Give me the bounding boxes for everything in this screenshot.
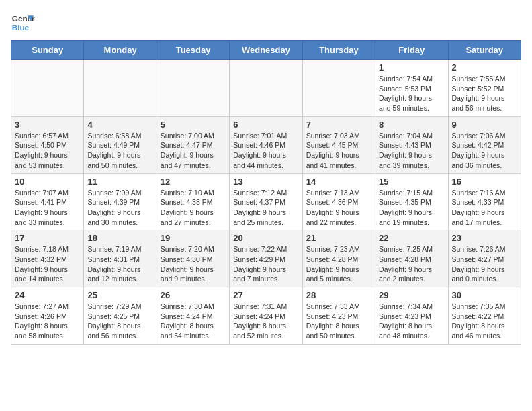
day-cell: 11Sunrise: 7:09 AM Sunset: 4:39 PM Dayli… bbox=[84, 173, 157, 230]
day-info: Sunrise: 7:20 AM Sunset: 4:30 PM Dayligh… bbox=[161, 244, 226, 284]
day-cell: 12Sunrise: 7:10 AM Sunset: 4:38 PM Dayli… bbox=[157, 173, 229, 230]
day-cell: 26Sunrise: 7:30 AM Sunset: 4:24 PM Dayli… bbox=[157, 287, 229, 345]
day-info: Sunrise: 7:54 AM Sunset: 5:53 PM Dayligh… bbox=[379, 74, 444, 113]
day-number: 22 bbox=[379, 233, 444, 243]
day-info: Sunrise: 7:23 AM Sunset: 4:28 PM Dayligh… bbox=[306, 244, 371, 284]
day-info: Sunrise: 7:00 AM Sunset: 4:47 PM Dayligh… bbox=[161, 131, 226, 171]
day-cell bbox=[157, 60, 229, 117]
day-cell: 10Sunrise: 7:07 AM Sunset: 4:41 PM Dayli… bbox=[11, 173, 84, 230]
day-number: 29 bbox=[379, 290, 444, 300]
day-info: Sunrise: 7:04 AM Sunset: 4:43 PM Dayligh… bbox=[379, 131, 444, 171]
day-cell: 4Sunrise: 6:58 AM Sunset: 4:49 PM Daylig… bbox=[84, 116, 157, 173]
week-row-2: 3Sunrise: 6:57 AM Sunset: 4:50 PM Daylig… bbox=[11, 116, 521, 173]
day-number: 2 bbox=[452, 62, 517, 73]
day-number: 17 bbox=[15, 233, 80, 243]
day-info: Sunrise: 7:22 AM Sunset: 4:29 PM Dayligh… bbox=[233, 244, 298, 284]
day-cell: 8Sunrise: 7:04 AM Sunset: 4:43 PM Daylig… bbox=[375, 116, 448, 173]
day-cell: 18Sunrise: 7:19 AM Sunset: 4:31 PM Dayli… bbox=[84, 230, 157, 287]
day-number: 6 bbox=[233, 120, 298, 130]
day-number: 13 bbox=[233, 177, 298, 187]
day-number: 24 bbox=[15, 290, 80, 300]
day-info: Sunrise: 7:33 AM Sunset: 4:23 PM Dayligh… bbox=[306, 302, 371, 341]
day-cell: 21Sunrise: 7:23 AM Sunset: 4:28 PM Dayli… bbox=[302, 230, 375, 287]
day-cell: 28Sunrise: 7:33 AM Sunset: 4:23 PM Dayli… bbox=[302, 287, 375, 345]
day-cell: 17Sunrise: 7:18 AM Sunset: 4:32 PM Dayli… bbox=[11, 230, 84, 287]
day-number: 16 bbox=[452, 177, 517, 187]
day-number: 9 bbox=[452, 120, 517, 130]
day-info: Sunrise: 7:30 AM Sunset: 4:24 PM Dayligh… bbox=[161, 302, 226, 341]
day-number: 23 bbox=[452, 233, 517, 243]
day-cell bbox=[230, 60, 302, 117]
day-info: Sunrise: 7:09 AM Sunset: 4:39 PM Dayligh… bbox=[87, 188, 152, 228]
day-number: 30 bbox=[452, 290, 517, 300]
day-number: 4 bbox=[87, 120, 152, 130]
weekday-friday: Friday bbox=[375, 41, 448, 60]
page-header: General Blue bbox=[11, 11, 521, 35]
day-info: Sunrise: 7:34 AM Sunset: 4:23 PM Dayligh… bbox=[379, 302, 444, 341]
day-info: Sunrise: 7:15 AM Sunset: 4:35 PM Dayligh… bbox=[379, 188, 444, 228]
day-info: Sunrise: 7:18 AM Sunset: 4:32 PM Dayligh… bbox=[15, 244, 80, 284]
day-number: 7 bbox=[306, 120, 371, 130]
day-cell: 16Sunrise: 7:16 AM Sunset: 4:33 PM Dayli… bbox=[448, 173, 521, 230]
weekday-saturday: Saturday bbox=[448, 41, 521, 60]
day-info: Sunrise: 7:07 AM Sunset: 4:41 PM Dayligh… bbox=[15, 188, 80, 228]
weekday-monday: Monday bbox=[84, 41, 157, 60]
day-info: Sunrise: 7:25 AM Sunset: 4:28 PM Dayligh… bbox=[379, 244, 444, 284]
day-info: Sunrise: 7:06 AM Sunset: 4:42 PM Dayligh… bbox=[452, 131, 517, 171]
day-cell bbox=[302, 60, 375, 117]
day-cell: 13Sunrise: 7:12 AM Sunset: 4:37 PM Dayli… bbox=[230, 173, 302, 230]
day-number: 18 bbox=[87, 233, 152, 243]
day-info: Sunrise: 7:01 AM Sunset: 4:46 PM Dayligh… bbox=[233, 131, 298, 171]
day-info: Sunrise: 6:57 AM Sunset: 4:50 PM Dayligh… bbox=[15, 131, 80, 171]
day-number: 21 bbox=[306, 233, 371, 243]
weekday-tuesday: Tuesday bbox=[157, 41, 229, 60]
day-number: 28 bbox=[306, 290, 371, 300]
day-cell: 20Sunrise: 7:22 AM Sunset: 4:29 PM Dayli… bbox=[230, 230, 302, 287]
day-info: Sunrise: 7:27 AM Sunset: 4:26 PM Dayligh… bbox=[15, 302, 80, 341]
weekday-sunday: Sunday bbox=[11, 41, 84, 60]
day-cell: 1Sunrise: 7:54 AM Sunset: 5:53 PM Daylig… bbox=[375, 60, 448, 117]
day-cell: 27Sunrise: 7:31 AM Sunset: 4:24 PM Dayli… bbox=[230, 287, 302, 345]
day-info: Sunrise: 7:03 AM Sunset: 4:45 PM Dayligh… bbox=[306, 131, 371, 171]
day-info: Sunrise: 7:55 AM Sunset: 5:52 PM Dayligh… bbox=[452, 74, 517, 113]
day-number: 15 bbox=[379, 177, 444, 187]
day-cell: 3Sunrise: 6:57 AM Sunset: 4:50 PM Daylig… bbox=[11, 116, 84, 173]
day-info: Sunrise: 7:16 AM Sunset: 4:33 PM Dayligh… bbox=[452, 188, 517, 228]
day-cell: 23Sunrise: 7:26 AM Sunset: 4:27 PM Dayli… bbox=[448, 230, 521, 287]
week-row-3: 10Sunrise: 7:07 AM Sunset: 4:41 PM Dayli… bbox=[11, 173, 521, 230]
day-cell bbox=[84, 60, 157, 117]
day-info: Sunrise: 7:26 AM Sunset: 4:27 PM Dayligh… bbox=[452, 244, 517, 284]
logo: General Blue bbox=[11, 11, 35, 35]
day-cell bbox=[11, 60, 84, 117]
day-cell: 22Sunrise: 7:25 AM Sunset: 4:28 PM Dayli… bbox=[375, 230, 448, 287]
day-cell: 29Sunrise: 7:34 AM Sunset: 4:23 PM Dayli… bbox=[375, 287, 448, 345]
day-info: Sunrise: 7:10 AM Sunset: 4:38 PM Dayligh… bbox=[161, 188, 226, 228]
day-number: 26 bbox=[161, 290, 226, 300]
day-number: 27 bbox=[233, 290, 298, 300]
logo-icon: General Blue bbox=[11, 11, 35, 35]
day-number: 20 bbox=[233, 233, 298, 243]
week-row-5: 24Sunrise: 7:27 AM Sunset: 4:26 PM Dayli… bbox=[11, 287, 521, 345]
day-cell: 24Sunrise: 7:27 AM Sunset: 4:26 PM Dayli… bbox=[11, 287, 84, 345]
day-number: 25 bbox=[87, 290, 152, 300]
day-cell: 15Sunrise: 7:15 AM Sunset: 4:35 PM Dayli… bbox=[375, 173, 448, 230]
day-info: Sunrise: 6:58 AM Sunset: 4:49 PM Dayligh… bbox=[87, 131, 152, 171]
day-info: Sunrise: 7:35 AM Sunset: 4:22 PM Dayligh… bbox=[452, 302, 517, 341]
day-number: 19 bbox=[161, 233, 226, 243]
day-cell: 6Sunrise: 7:01 AM Sunset: 4:46 PM Daylig… bbox=[230, 116, 302, 173]
day-info: Sunrise: 7:12 AM Sunset: 4:37 PM Dayligh… bbox=[233, 188, 298, 228]
svg-text:Blue: Blue bbox=[12, 23, 30, 32]
day-info: Sunrise: 7:31 AM Sunset: 4:24 PM Dayligh… bbox=[233, 302, 298, 341]
day-number: 14 bbox=[306, 177, 371, 187]
day-number: 12 bbox=[161, 177, 226, 187]
day-cell: 5Sunrise: 7:00 AM Sunset: 4:47 PM Daylig… bbox=[157, 116, 229, 173]
day-cell: 9Sunrise: 7:06 AM Sunset: 4:42 PM Daylig… bbox=[448, 116, 521, 173]
day-info: Sunrise: 7:19 AM Sunset: 4:31 PM Dayligh… bbox=[87, 244, 152, 284]
weekday-header-row: SundayMondayTuesdayWednesdayThursdayFrid… bbox=[11, 41, 521, 60]
calendar-table: SundayMondayTuesdayWednesdayThursdayFrid… bbox=[11, 40, 521, 345]
day-number: 3 bbox=[15, 120, 80, 130]
day-number: 11 bbox=[87, 177, 152, 187]
day-info: Sunrise: 7:29 AM Sunset: 4:25 PM Dayligh… bbox=[87, 302, 152, 341]
week-row-4: 17Sunrise: 7:18 AM Sunset: 4:32 PM Dayli… bbox=[11, 230, 521, 287]
calendar-body: 1Sunrise: 7:54 AM Sunset: 5:53 PM Daylig… bbox=[11, 60, 521, 345]
